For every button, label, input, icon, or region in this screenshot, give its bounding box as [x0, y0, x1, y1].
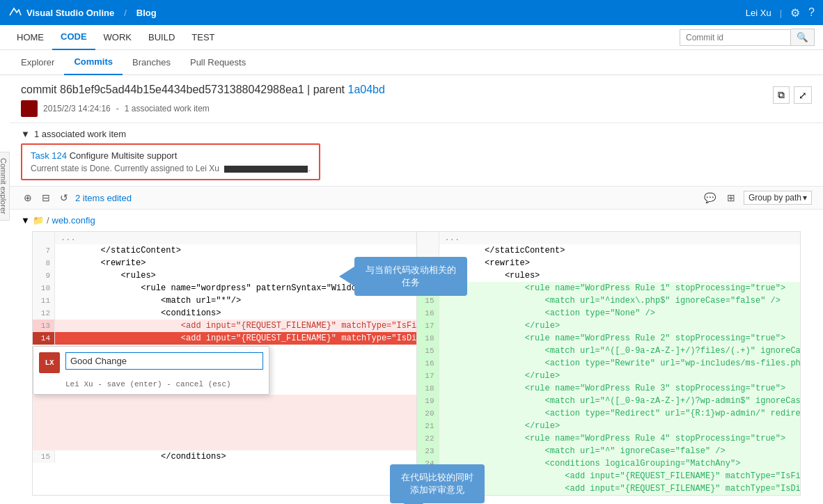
comment-avatar: LX	[39, 352, 60, 373]
diff-left-filler	[33, 395, 416, 450]
callout-task-arrow	[339, 267, 354, 286]
diff-line: ...	[33, 232, 416, 244]
comment-text-input[interactable]	[65, 352, 263, 370]
nav-build[interactable]: BUILD	[140, 25, 183, 50]
project-name[interactable]: Blog	[136, 8, 157, 18]
diff-toolbar-left: ⊕ ⊟ ↺ 2 items edited	[21, 191, 132, 205]
diff-line-added: 15 <match url="^index\.php$" ignoreCase=…	[417, 294, 801, 307]
diff-line: 12 <conditions>	[33, 307, 416, 320]
diff-line-added: 20 <action type="Redirect" url="{R:1}wp-…	[417, 407, 801, 420]
main-content: Commit explorer commit 86b1ef9c5ad44b15e…	[0, 75, 823, 504]
diff-line: ...	[417, 232, 801, 244]
diff-toolbar: ⊕ ⊟ ↺ 2 items edited 💬 ⊞ Group by path ▾	[10, 187, 823, 210]
top-bar: Visual Studio Online / Blog Lei Xu | ⚙ ?	[0, 0, 823, 25]
task-id-link[interactable]: Task 124	[31, 150, 67, 161]
callout-task: 与当前代码改动相关的 任务	[354, 257, 467, 296]
work-item-card: Task 124 Configure Multisite support Cur…	[21, 143, 320, 180]
diff-line-added: 21 </rule>	[417, 420, 801, 432]
expand-arrow: ▼	[21, 215, 30, 226]
diff-right: ... </staticContent> <rewrite> <rules>	[417, 232, 801, 495]
chevron-down-icon: ▾	[803, 193, 807, 203]
tab-explorer[interactable]: Explorer	[11, 50, 64, 75]
task-name: Configure Multisite support	[70, 150, 178, 161]
nav-right: 🔍	[680, 29, 815, 46]
work-items-header[interactable]: ▼ 1 associated work item	[21, 129, 812, 139]
diff-line-added: 22 <rule name="WordPress Rule 4" stopPro…	[417, 432, 801, 445]
commit-parent-label: parent	[313, 84, 345, 95]
comment-hint: Lei Xu - save (enter) - cancel (esc)	[33, 379, 269, 394]
commit-date: 2015/2/3 14:24:16	[43, 104, 111, 113]
tab-commits[interactable]: Commits	[64, 50, 123, 75]
refresh-button[interactable]: ↺	[57, 191, 71, 205]
file-link[interactable]: web.config	[52, 215, 95, 226]
work-items-count: 1 associated work item	[34, 129, 126, 139]
commit-title: commit 86b1ef9c5ad44b15e4434bed573138804…	[21, 84, 385, 96]
top-bar-left: Visual Studio Online / Blog	[8, 6, 746, 19]
collapse-icon: ▼	[21, 129, 30, 139]
gear-icon[interactable]: ⚙	[790, 6, 800, 19]
diff-line: <rules>	[417, 269, 801, 282]
nav-test[interactable]: TEST	[183, 25, 223, 50]
diff-line-removed: 13 <add input="{REQUEST_FILENAME}" match…	[33, 320, 416, 332]
tab-pull-requests[interactable]: Pull Requests	[180, 50, 256, 75]
group-by-path-button[interactable]: Group by path ▾	[744, 191, 812, 205]
commit-search-button[interactable]: 🔍	[791, 29, 815, 46]
diff-line-added: 15 <match url="^([_0-9a-zA-Z-]+/)?files/…	[417, 345, 801, 357]
breadcrumb-sep: /	[124, 8, 127, 18]
file-path: ▼ 📁 / web.config	[21, 212, 812, 228]
diff-line-added: 17 </rule>	[417, 370, 801, 382]
diff-line: 11 <match url="*"/>	[33, 294, 416, 307]
task-state: Current state is Done. Currently assigne…	[31, 164, 311, 173]
help-icon[interactable]: ?	[808, 6, 815, 19]
diff-line-highlight: 14 <add input="{REQUEST_FILENAME}" match…	[33, 332, 416, 345]
diff-line-added: 17 </rule>	[417, 320, 801, 332]
comment-popup-inner: LX	[33, 347, 269, 379]
top-bar-right: Lei Xu | ⚙ ?	[746, 6, 815, 19]
diff-toolbar-right: 💬 ⊞ Group by path ▾	[701, 191, 812, 205]
folder-icon: 📁	[33, 215, 44, 226]
comment-view-button[interactable]: 💬	[701, 191, 719, 205]
commit-work-item-count: 1 associated work item	[125, 104, 210, 113]
commit-avatar	[21, 100, 38, 117]
tabs-bar: Explorer Commits Branches Pull Requests	[0, 50, 823, 75]
copy-commit-button[interactable]: ⧉	[773, 86, 790, 104]
diff-line: <rewrite>	[417, 257, 801, 269]
user-name: Lei Xu	[746, 8, 771, 18]
tab-branches[interactable]: Branches	[123, 50, 180, 75]
expand-all-button[interactable]: ⊕	[21, 191, 35, 205]
commit-meta: 2015/2/3 14:24:16 - 1 associated work it…	[21, 100, 385, 117]
diff-line: 15 </conditions>	[33, 450, 416, 463]
commit-work-item: -	[116, 104, 119, 113]
commit-parent-hash[interactable]: 1a04bd	[347, 84, 384, 95]
censored-name	[224, 166, 308, 173]
commit-search-input[interactable]	[680, 29, 791, 46]
side-by-side-button[interactable]: ⊞	[724, 191, 738, 205]
callout-code: 在代码比较的同时 添加评审意见	[390, 464, 485, 503]
diff-line: </staticContent>	[417, 244, 801, 257]
comment-popup: LX Lei Xu - save (enter) - cancel (esc)	[33, 346, 269, 395]
diff-line-added: 19 <match url="^([_0-9a-zA-Z-]+/)?wp-adm…	[417, 395, 801, 407]
callout-task-box: 与当前代码改动相关的 任务	[354, 257, 467, 296]
nav-bar: HOME CODE WORK BUILD TEST 🔍	[0, 25, 823, 50]
search-icon: 🔍	[797, 32, 808, 42]
commit-header: commit 86b1ef9c5ad44b15e4434bed573138804…	[10, 75, 823, 123]
sidebar-toggle[interactable]: Commit explorer	[0, 152, 10, 221]
callout-code-box: 在代码比较的同时 添加评审意见	[390, 464, 485, 503]
commit-separator: |	[307, 84, 313, 95]
path-slash: /	[47, 215, 49, 226]
diff-line-added: 18 <rule name="WordPress Rule 2" stopPro…	[417, 332, 801, 345]
nav-work[interactable]: WORK	[95, 25, 140, 50]
diff-line-added: 14 <rule name="WordPress Rule 1" stopPro…	[417, 282, 801, 294]
nav-home[interactable]: HOME	[8, 25, 52, 50]
diff-line-added: 18 <rule name="WordPress Rule 3" stopPro…	[417, 382, 801, 395]
nav-code[interactable]: CODE	[52, 25, 95, 50]
maximize-button[interactable]: ⤢	[794, 86, 812, 104]
collapse-all-button[interactable]: ⊟	[39, 191, 53, 205]
items-edited-badge[interactable]: 2 items edited	[75, 193, 132, 203]
diff-line-added: 23 <match url="^" ignoreCase="false" />	[417, 445, 801, 457]
vs-icon	[8, 6, 22, 19]
diff-line-added: 16 <action type="None" />	[417, 307, 801, 320]
vs-logo: Visual Studio Online	[8, 6, 114, 19]
commit-hash-text: commit 86b1ef9c5ad44b15e4434bed573138804…	[21, 84, 304, 95]
sidebar-label: Commit explorer	[0, 158, 8, 214]
